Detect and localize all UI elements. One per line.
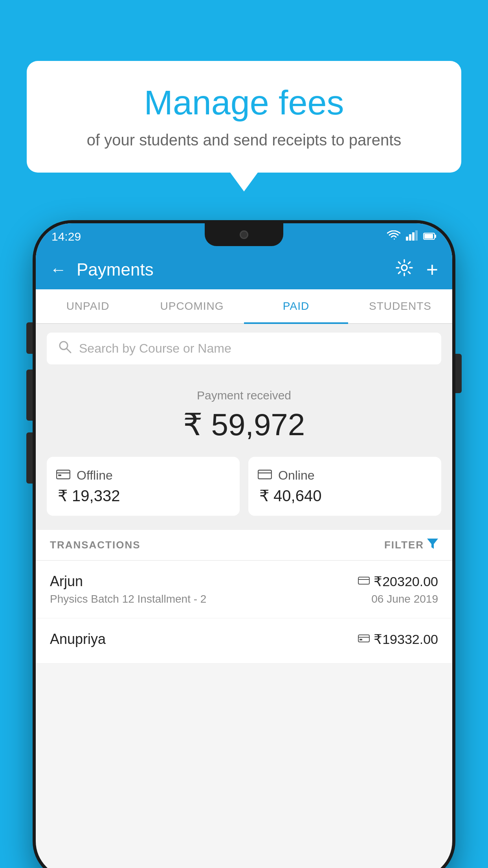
tab-students[interactable]: STUDENTS bbox=[348, 289, 452, 323]
tabs: UNPAID UPCOMING PAID STUDENTS bbox=[36, 289, 452, 324]
online-payment-card: Online ₹ 40,640 bbox=[248, 457, 441, 516]
search-container: Search by Course or Name bbox=[36, 324, 452, 373]
signal-icon bbox=[406, 230, 418, 243]
phone-notch bbox=[205, 223, 283, 246]
transaction-name: Arjun bbox=[50, 573, 83, 590]
header-action-icons: + bbox=[395, 258, 438, 281]
svg-rect-15 bbox=[358, 577, 369, 584]
bubble-title: Manage fees bbox=[50, 83, 438, 123]
settings-button[interactable] bbox=[395, 258, 414, 281]
phone-volume-up-button bbox=[26, 370, 33, 421]
search-bar[interactable]: Search by Course or Name bbox=[47, 333, 441, 364]
online-amount: ₹ 40,640 bbox=[258, 487, 321, 505]
payment-received-label: Payment received bbox=[36, 389, 452, 402]
search-placeholder-text: Search by Course or Name bbox=[79, 341, 231, 356]
svg-rect-0 bbox=[406, 237, 408, 241]
header-title: Payments bbox=[77, 260, 395, 280]
payment-cards: Offline ₹ 19,332 Online ₹ 40,640 bbox=[36, 457, 452, 530]
tab-unpaid[interactable]: UNPAID bbox=[36, 289, 140, 323]
filter-section[interactable]: FILTER bbox=[384, 539, 438, 552]
transaction-row[interactable]: Anupriya ₹19332.00 bbox=[36, 618, 452, 664]
svg-point-7 bbox=[402, 265, 407, 270]
transaction-amount: ₹19332.00 bbox=[374, 631, 438, 647]
svg-rect-1 bbox=[409, 234, 411, 241]
svg-rect-2 bbox=[412, 232, 415, 241]
filter-label: FILTER bbox=[384, 539, 424, 551]
offline-amount: ₹ 19,332 bbox=[56, 487, 120, 505]
offline-payment-card: Offline ₹ 19,332 bbox=[47, 457, 240, 516]
battery-icon bbox=[423, 231, 437, 243]
phone-power-button bbox=[455, 354, 462, 393]
offline-label: Offline bbox=[77, 468, 113, 483]
offline-icon bbox=[56, 468, 70, 483]
transaction-date: 06 June 2019 bbox=[371, 593, 438, 605]
svg-rect-6 bbox=[424, 234, 433, 239]
tab-upcoming[interactable]: UPCOMING bbox=[140, 289, 244, 323]
transaction-offline-icon bbox=[358, 633, 370, 645]
bubble-subtitle: of your students and send receipts to pa… bbox=[50, 131, 438, 149]
svg-rect-5 bbox=[435, 235, 436, 238]
phone-screen: 14:29 bbox=[36, 223, 452, 868]
transaction-sub: Physics Batch 12 Installment - 2 06 June… bbox=[50, 593, 438, 605]
svg-rect-13 bbox=[258, 470, 272, 479]
transactions-header: TRANSACTIONS FILTER bbox=[36, 530, 452, 561]
transactions-label: TRANSACTIONS bbox=[50, 539, 141, 551]
status-bar: 14:29 bbox=[36, 223, 452, 250]
online-icon bbox=[258, 468, 272, 483]
phone-volume-down-button bbox=[26, 432, 33, 484]
phone-silent-button bbox=[26, 322, 33, 354]
transaction-online-icon bbox=[358, 575, 370, 588]
transaction-amount: ₹20320.00 bbox=[374, 574, 438, 589]
transaction-desc: Physics Batch 12 Installment - 2 bbox=[50, 593, 206, 605]
svg-rect-19 bbox=[360, 639, 362, 640]
speech-bubble: Manage fees of your students and send re… bbox=[27, 61, 461, 173]
payment-received-amount: ₹ 59,972 bbox=[36, 407, 452, 443]
wifi-icon bbox=[387, 230, 400, 243]
back-button[interactable]: ← bbox=[50, 260, 66, 279]
transaction-row[interactable]: Arjun ₹20320.00 Physics Batch 12 Install… bbox=[36, 561, 452, 618]
front-camera bbox=[240, 230, 248, 239]
svg-rect-12 bbox=[58, 474, 61, 476]
online-label: Online bbox=[278, 468, 315, 483]
svg-line-9 bbox=[67, 349, 71, 353]
phone-frame: 14:29 bbox=[33, 220, 455, 868]
transaction-name: Anupriya bbox=[50, 631, 106, 647]
app-header: ← Payments + bbox=[36, 250, 452, 289]
svg-rect-3 bbox=[415, 230, 418, 241]
tab-paid[interactable]: PAID bbox=[244, 289, 348, 323]
status-icons bbox=[387, 230, 437, 243]
payment-summary: Payment received ₹ 59,972 bbox=[36, 373, 452, 457]
add-button[interactable]: + bbox=[426, 258, 438, 281]
search-icon bbox=[58, 340, 72, 357]
transaction-amount-row: ₹19332.00 bbox=[358, 631, 438, 647]
status-time: 14:29 bbox=[51, 230, 81, 243]
svg-rect-17 bbox=[358, 635, 369, 642]
transaction-amount-row: ₹20320.00 bbox=[358, 574, 438, 589]
filter-icon bbox=[427, 539, 438, 552]
